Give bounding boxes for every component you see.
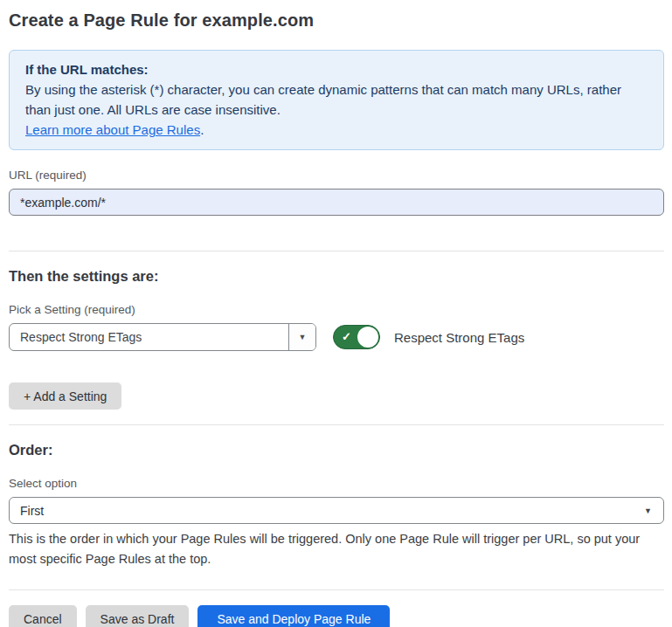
divider <box>9 424 664 425</box>
order-select-label: Select option <box>9 477 664 490</box>
order-select-dropdown[interactable]: First ▼ <box>9 497 664 524</box>
setting-toggle[interactable]: ✓ <box>333 325 380 349</box>
divider <box>9 589 664 590</box>
order-section-heading: Order: <box>9 442 664 458</box>
check-icon: ✓ <box>342 330 351 343</box>
divider <box>9 251 664 251</box>
add-setting-button[interactable]: + Add a Setting <box>9 382 121 410</box>
footer-actions: Cancel Save as Draft Save and Deploy Pag… <box>9 605 664 627</box>
url-input[interactable] <box>9 189 664 216</box>
setting-toggle-label: Respect Strong ETags <box>394 330 524 345</box>
chevron-down-icon[interactable]: ▼ <box>288 324 315 350</box>
order-select-value: First <box>10 504 644 518</box>
setting-row: Respect Strong ETags ▼ ✓ Respect Strong … <box>9 323 664 351</box>
page-rule-form: Create a Page Rule for example.com If th… <box>0 0 672 627</box>
cancel-button[interactable]: Cancel <box>9 605 77 627</box>
info-heading: If the URL matches: <box>25 59 648 79</box>
learn-more-link[interactable]: Learn more about Page Rules <box>25 122 200 137</box>
url-field-label: URL (required) <box>9 169 664 182</box>
chevron-down-icon: ▼ <box>644 506 663 515</box>
info-link-line: Learn more about Page Rules. <box>25 120 648 140</box>
setting-picker-dropdown[interactable]: Respect Strong ETags ▼ <box>9 323 316 351</box>
setting-picker-label: Pick a Setting (required) <box>9 303 664 316</box>
page-title: Create a Page Rule for example.com <box>9 10 664 31</box>
info-body: By using the asterisk (*) character, you… <box>25 79 648 120</box>
info-link-suffix: . <box>200 122 204 137</box>
toggle-knob <box>357 327 378 348</box>
order-help-text: This is the order in which your Page Rul… <box>9 529 655 569</box>
save-deploy-button[interactable]: Save and Deploy Page Rule <box>197 605 390 627</box>
setting-picker-value: Respect Strong ETags <box>10 330 288 344</box>
url-match-info-callout: If the URL matches: By using the asteris… <box>9 50 664 150</box>
settings-section-heading: Then the settings are: <box>9 268 664 285</box>
save-draft-button[interactable]: Save as Draft <box>86 605 190 627</box>
